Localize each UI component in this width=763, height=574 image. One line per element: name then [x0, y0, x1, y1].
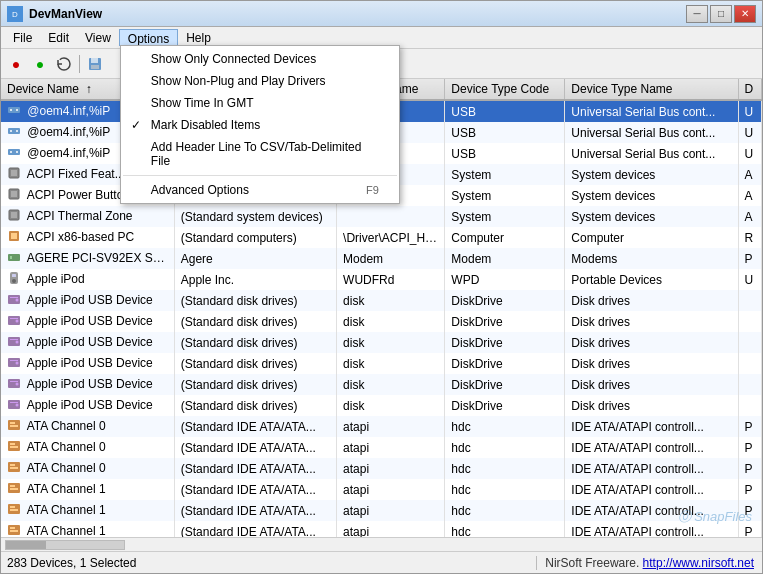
cell-type-code: Computer: [445, 227, 565, 248]
cell-d: [738, 290, 761, 311]
app-icon: D: [7, 6, 23, 22]
table-row[interactable]: Apple iPod USB Device (Standard disk dri…: [1, 395, 762, 416]
cell-description: (Standard IDE ATA/ATA...: [174, 416, 336, 437]
svg-rect-58: [10, 506, 15, 508]
menu-options[interactable]: Options Show Only Connected Devices Show…: [119, 29, 178, 46]
col-device-type-code[interactable]: Device Type Code: [445, 79, 565, 100]
table-row[interactable]: AGERE PCI-SV92EX So... Agere Modem Modem…: [1, 248, 762, 269]
table-row[interactable]: ATA Channel 0 (Standard IDE ATA/ATA... a…: [1, 437, 762, 458]
cell-d: P: [738, 248, 761, 269]
cell-description: (Standard disk drives): [174, 374, 336, 395]
cell-d: A: [738, 206, 761, 227]
cell-type-code: DiskDrive: [445, 311, 565, 332]
minimize-button[interactable]: ─: [686, 5, 708, 23]
svg-rect-4: [91, 65, 99, 69]
col-device-type-name[interactable]: Device Type Name: [565, 79, 738, 100]
close-button[interactable]: ✕: [734, 5, 756, 23]
svg-point-32: [16, 320, 19, 323]
device-icon: [7, 418, 21, 435]
cell-description: (Standard system devices): [174, 206, 336, 227]
cell-type-code: USB: [445, 122, 565, 143]
cell-d: U: [738, 269, 761, 290]
svg-point-41: [16, 383, 19, 386]
menu-show-time-gmt[interactable]: Show Time In GMT: [121, 92, 399, 114]
svg-point-29: [16, 299, 19, 302]
svg-rect-59: [10, 509, 18, 511]
cell-d: U: [738, 100, 761, 122]
cell-d: A: [738, 185, 761, 206]
refresh-button[interactable]: [53, 53, 75, 75]
menu-mark-disabled[interactable]: Mark Disabled Items: [121, 114, 399, 136]
cell-device-name: ACPI Thermal Zone: [1, 206, 174, 227]
horizontal-scrollbar[interactable]: [1, 537, 762, 551]
menu-advanced-options[interactable]: Advanced Options F9: [121, 179, 399, 201]
menu-show-connected[interactable]: Show Only Connected Devices: [121, 48, 399, 70]
device-icon: [7, 334, 21, 351]
cell-type-code: DiskDrive: [445, 374, 565, 395]
save-button[interactable]: [84, 53, 106, 75]
table-row[interactable]: Apple iPod Apple Inc. WUDFRd WPD Portabl…: [1, 269, 762, 290]
cell-type-code: Modem: [445, 248, 565, 269]
table-row[interactable]: ACPI Thermal Zone (Standard system devic…: [1, 206, 762, 227]
table-row[interactable]: Apple iPod USB Device (Standard disk dri…: [1, 374, 762, 395]
table-row[interactable]: Apple iPod USB Device (Standard disk dri…: [1, 290, 762, 311]
cell-service-name: disk: [337, 332, 445, 353]
table-row[interactable]: Apple iPod USB Device (Standard disk dri…: [1, 332, 762, 353]
svg-rect-3: [91, 58, 98, 63]
svg-rect-46: [10, 422, 15, 424]
device-icon: [7, 439, 21, 456]
green-circle-button[interactable]: ●: [29, 53, 51, 75]
cell-type-name: Disk drives: [565, 353, 738, 374]
svg-text:D: D: [12, 10, 18, 19]
svg-point-10: [16, 130, 18, 132]
cell-type-code: DiskDrive: [445, 290, 565, 311]
status-nirsoft-link[interactable]: http://www.nirsoft.net: [643, 556, 754, 570]
cell-d: R: [738, 227, 761, 248]
cell-d: [738, 395, 761, 416]
cell-description: (Standard disk drives): [174, 311, 336, 332]
svg-point-35: [16, 341, 19, 344]
cell-type-name: Disk drives: [565, 395, 738, 416]
svg-point-44: [16, 404, 19, 407]
cell-d: P: [738, 437, 761, 458]
cell-device-name: Apple iPod USB Device: [1, 311, 174, 332]
table-row[interactable]: ACPI x86-based PC (Standard computers) \…: [1, 227, 762, 248]
device-icon: [7, 376, 21, 393]
svg-rect-43: [10, 402, 18, 403]
cell-description: (Standard computers): [174, 227, 336, 248]
main-window: D DevManView ─ □ ✕ File Edit View Option…: [0, 0, 763, 574]
cell-type-name: IDE ATA/ATAPI controll...: [565, 416, 738, 437]
cell-type-code: DiskDrive: [445, 395, 565, 416]
cell-type-code: hdc: [445, 416, 565, 437]
table-row[interactable]: ATA Channel 0 (Standard IDE ATA/ATA... a…: [1, 416, 762, 437]
menu-show-non-plug[interactable]: Show Non-Plug and Play Drivers: [121, 70, 399, 92]
col-d[interactable]: D: [738, 79, 761, 100]
table-row[interactable]: ATA Channel 1 (Standard IDE ATA/ATA... a…: [1, 479, 762, 500]
svg-rect-61: [10, 527, 15, 529]
title-bar: D DevManView ─ □ ✕: [1, 1, 762, 27]
cell-service-name: Modem: [337, 248, 445, 269]
cell-description: Agere: [174, 248, 336, 269]
menu-edit[interactable]: Edit: [40, 29, 77, 46]
table-row[interactable]: ATA Channel 0 (Standard IDE ATA/ATA... a…: [1, 458, 762, 479]
menu-file[interactable]: File: [5, 29, 40, 46]
cell-device-name: Apple iPod USB Device: [1, 353, 174, 374]
maximize-button[interactable]: □: [710, 5, 732, 23]
cell-description: (Standard disk drives): [174, 290, 336, 311]
cell-type-name: System devices: [565, 164, 738, 185]
menu-help[interactable]: Help: [178, 29, 219, 46]
menu-add-header[interactable]: Add Header Line To CSV/Tab-Delimited Fil…: [121, 136, 399, 172]
options-dropdown: Show Only Connected Devices Show Non-Plu…: [120, 45, 400, 204]
cell-service-name: disk: [337, 395, 445, 416]
table-row[interactable]: Apple iPod USB Device (Standard disk dri…: [1, 353, 762, 374]
menu-view[interactable]: View: [77, 29, 119, 46]
cell-type-name: System devices: [565, 206, 738, 227]
table-row[interactable]: ATA Channel 1 (Standard IDE ATA/ATA... a…: [1, 521, 762, 537]
red-circle-button[interactable]: ●: [5, 53, 27, 75]
svg-rect-15: [11, 170, 17, 176]
cell-device-name: AGERE PCI-SV92EX So...: [1, 248, 174, 269]
cell-device-name: ACPI x86-based PC: [1, 227, 174, 248]
table-row[interactable]: Apple iPod USB Device (Standard disk dri…: [1, 311, 762, 332]
cell-d: U: [738, 143, 761, 164]
table-row[interactable]: ATA Channel 1 (Standard IDE ATA/ATA... a…: [1, 500, 762, 521]
